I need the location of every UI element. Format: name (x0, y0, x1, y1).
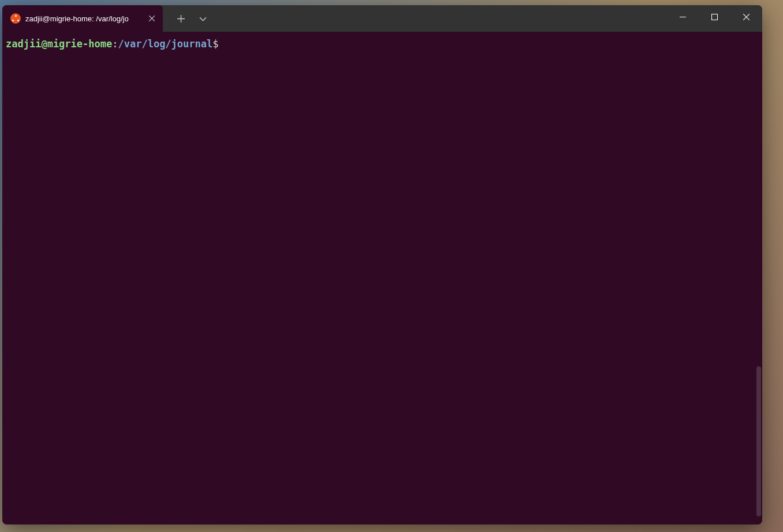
minimize-icon (680, 14, 686, 20)
ubuntu-icon (10, 13, 21, 24)
new-tab-button[interactable] (170, 5, 192, 32)
maximize-button[interactable] (699, 5, 730, 28)
tab-close-button[interactable] (147, 13, 157, 24)
titlebar[interactable]: zadjii@migrie-home: /var/log/jo (2, 5, 762, 32)
close-window-button[interactable] (730, 5, 762, 28)
scrollbar-thumb[interactable] (756, 366, 761, 516)
tab-title: zadjii@migrie-home: /var/log/jo (25, 14, 142, 23)
chevron-down-icon (199, 15, 207, 23)
prompt-symbol: $ (212, 38, 218, 50)
prompt-path: /var/log/journal (118, 38, 212, 50)
tab-active[interactable]: zadjii@migrie-home: /var/log/jo (2, 5, 163, 32)
maximize-icon (711, 14, 718, 20)
terminal-window: zadjii@migrie-home: /var/log/jo (2, 5, 762, 524)
prompt-line: zadjii@migrie-home:/var/log/journal$ (6, 38, 762, 50)
close-icon (743, 14, 750, 20)
prompt-userhost: zadjii@migrie-home (6, 38, 112, 50)
minimize-button[interactable] (667, 5, 699, 28)
plus-icon (177, 15, 185, 23)
prompt-separator: : (112, 38, 118, 50)
tab-dropdown-button[interactable] (192, 5, 214, 32)
titlebar-drag-area[interactable] (214, 5, 667, 32)
close-icon (149, 16, 155, 21)
window-controls (667, 5, 762, 32)
terminal-content[interactable]: zadjii@migrie-home:/var/log/journal$ (2, 32, 762, 524)
scrollbar[interactable] (755, 32, 762, 524)
svg-rect-0 (712, 14, 718, 20)
tab-actions (163, 5, 214, 32)
